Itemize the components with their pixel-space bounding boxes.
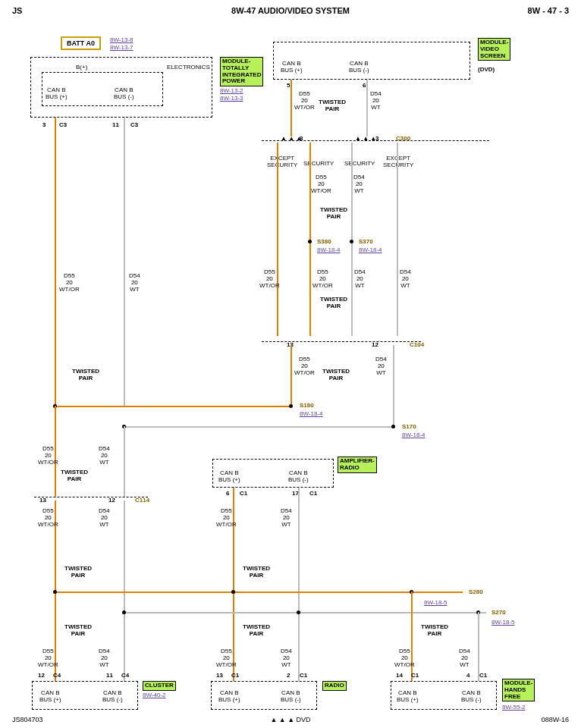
canp-tipm: CAN B BUS (+) xyxy=(46,87,68,101)
canp-cluster: CAN B BUS (+) xyxy=(39,690,61,704)
d54-c104: D54 20 WT xyxy=(375,356,387,376)
conn-c1e: C1 xyxy=(411,672,419,679)
pin-6: 6 xyxy=(363,82,366,89)
sec-l: SECURITY xyxy=(303,161,334,168)
tw-row-m: TWISTED PAIR xyxy=(243,565,270,579)
tw-row-l: TWISTED PAIR xyxy=(64,565,92,579)
pin-3: 3 xyxy=(42,121,46,128)
tw-bot-m: TWISTED PAIR xyxy=(243,623,270,637)
conn-c4a: C4 xyxy=(53,672,61,679)
hline-s170 xyxy=(122,426,395,428)
module-tipm: MODULE- TOTALLY INTEGRATED POWER xyxy=(220,57,263,86)
tw-left: TWISTED PAIR xyxy=(72,368,99,381)
electronics-label: ELECTRONICS xyxy=(167,64,210,71)
pin-11b: 11 xyxy=(106,672,113,679)
d55-video-lbl: D55 20 WT/OR xyxy=(294,91,315,111)
wire-d54-left xyxy=(124,118,125,406)
ref-batt1[interactable]: 8W-13-8 xyxy=(110,36,133,43)
canm-amp: CAN B BUS (-) xyxy=(288,470,309,484)
ref-s180[interactable]: 8W-18-4 xyxy=(300,410,323,417)
d54-b: D54 20 WT xyxy=(400,269,411,289)
bplus-label: B(+) xyxy=(76,64,87,71)
sec-r: SECURITY xyxy=(344,161,375,168)
splice-s280: S280 xyxy=(469,588,483,595)
wire-d54-l2 xyxy=(124,426,125,497)
tw-sec2: TWISTED PAIR xyxy=(320,296,347,309)
dot-s280-1 xyxy=(53,590,57,594)
wire-d54-l3 xyxy=(124,500,125,690)
splice-s270: S270 xyxy=(491,609,506,616)
ref-s170[interactable]: 8W-18-4 xyxy=(402,431,426,438)
canm-radio: CAN B BUS (-) xyxy=(281,690,301,704)
c114-line xyxy=(34,497,148,497)
pin-13c: 13 xyxy=(216,672,223,679)
ref-tipm1[interactable]: 8W-13-2 xyxy=(220,87,243,94)
canm-cluster: CAN B BUS (-) xyxy=(102,690,123,704)
ref-hf[interactable]: 8W-55-2 xyxy=(502,704,526,711)
ref-tipm2[interactable]: 8W-13-3 xyxy=(220,95,243,102)
dot-s280-2 xyxy=(231,590,235,594)
d54-sec-lbl: D54 20 WT xyxy=(353,174,365,194)
pin-4: 4 xyxy=(466,672,470,679)
conn-c1b: C1 xyxy=(309,490,317,497)
d55-amp: D55 20 WT/OR xyxy=(216,508,237,528)
ref-cluster[interactable]: 8W-40-2 xyxy=(143,692,166,698)
exsec-r: EXCEPT SECURITY xyxy=(383,155,413,169)
tw-bot-r: TWISTED PAIR xyxy=(421,623,448,637)
dot-s270-2 xyxy=(297,610,300,614)
d55-l3: D55 20 WT/OR xyxy=(38,508,58,528)
canm-video: CAN B BUS (-) xyxy=(349,61,369,74)
splice-s180: S180 xyxy=(300,402,314,409)
ref-s280[interactable]: 8W-18-5 xyxy=(424,599,448,606)
conn-c1a: C1 xyxy=(240,490,247,497)
module-cluster: CLUSTER xyxy=(143,681,176,691)
splice-s170: S170 xyxy=(402,423,416,430)
dot-s170-r xyxy=(391,425,395,428)
splice-s380: S380 xyxy=(317,238,331,245)
d55-br: D55 20 WT/OR xyxy=(394,648,415,668)
d55-c104: D55 20 WT/OR xyxy=(294,356,315,376)
header-left: JS xyxy=(12,6,22,15)
d54-left-lbl: D54 20 WT xyxy=(129,273,140,293)
d54-br: D54 20 WT xyxy=(459,648,470,668)
header-right: 8W - 47 - 3 xyxy=(528,6,569,15)
hline-s280 xyxy=(53,592,463,593)
d55-bl: D55 20 WT/OR xyxy=(38,648,58,668)
splice-s370: S370 xyxy=(359,238,373,245)
d55-bm: D55 20 WT/OR xyxy=(216,648,237,668)
pin-14: 14 xyxy=(396,672,403,679)
canp-amp: CAN B BUS (+) xyxy=(218,470,240,484)
tw-sec: TWISTED PAIR xyxy=(320,206,347,220)
pin-12c: 12 xyxy=(38,672,45,679)
canp-video: CAN B BUS (+) xyxy=(281,61,303,74)
conn-c4b: C4 xyxy=(121,672,129,679)
ref-batt2[interactable]: 8W-13-7 xyxy=(110,44,133,51)
d55-a: D55 20 WT/OR xyxy=(259,269,280,289)
d54-a: D54 20 WT xyxy=(354,269,366,289)
wire-exsec-d54 xyxy=(397,143,398,336)
conn-c1f: C1 xyxy=(479,672,487,679)
d54-bm: D54 20 WT xyxy=(281,648,292,668)
canp-hf: CAN B BUS (+) xyxy=(397,690,419,704)
hline-s270 xyxy=(122,612,486,613)
d55-b: D55 20 WT/OR xyxy=(312,269,333,289)
canm-tipm: CAN B BUS (-) xyxy=(114,87,134,101)
d55-left-lbl: D55 20 WT/OR xyxy=(59,273,80,293)
dot-s380 xyxy=(308,240,312,243)
header-center: 8W-47 AUDIO/VIDEO SYSTEM xyxy=(231,6,350,15)
module-radio: RADIO xyxy=(322,681,347,691)
ref-s380[interactable]: 8W-18-4 xyxy=(317,246,341,253)
exsec-l: EXCEPT SECURITY xyxy=(267,155,297,169)
footer-right: 088W-16 xyxy=(542,716,569,723)
wire-d54-amp xyxy=(298,488,300,690)
pin-2: 2 xyxy=(287,672,290,679)
pin-11: 11 xyxy=(112,121,119,128)
hline-s180 xyxy=(53,406,292,407)
pin-12: 12 xyxy=(372,341,378,348)
canm-hf: CAN B BUS (-) xyxy=(461,690,482,704)
conn-c114: C114 xyxy=(135,497,149,504)
conn-c3a: C3 xyxy=(59,121,67,128)
ref-s270[interactable]: 8W-18-5 xyxy=(491,619,515,626)
module-video: MODULE- VIDEO SCREEN xyxy=(478,38,510,61)
ref-s370[interactable]: 8W-18-4 xyxy=(359,246,382,253)
